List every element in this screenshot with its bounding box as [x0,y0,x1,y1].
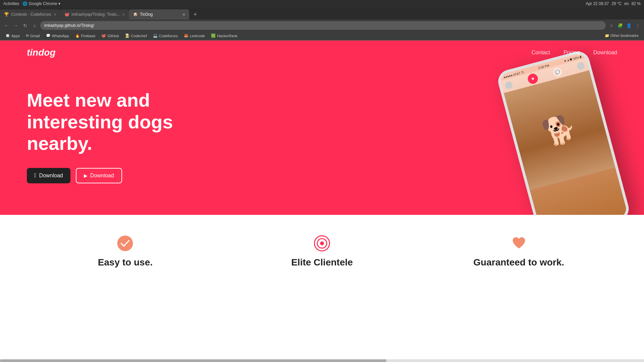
hero-heading: Meet new and interesting dogs nearby. [27,89,201,154]
battery-label: 82 % [632,1,641,6]
dog-image: 🐕 [504,70,615,190]
profile-icon[interactable]: 👤 [625,22,633,29]
bookmark-label: GitHub [107,34,119,38]
feature-elite: Elite Clientele [224,235,421,268]
tab-label: imKashyap/Tindog: Tindo... [71,12,120,17]
extension-icon[interactable]: 🧩 [616,22,624,29]
nav-links: Contact Pricing Download [532,50,617,56]
address-input[interactable] [40,21,606,30]
bookmark-github[interactable]: 🐙 GitHub [99,33,121,39]
bookmark-codechef[interactable]: 👨‍🍳 Codechef [122,33,150,39]
os-bar-right: Apr 22 08:37 29 °C en 82 % [586,1,641,6]
hero-section: tindog Contact Pricing Download Meet new… [0,41,644,215]
activities-label[interactable]: Activities [3,1,19,6]
other-bookmarks[interactable]: 📁 Other bookmarks [602,33,641,39]
play-icon: ▶ [84,173,88,178]
phone-chat-button: 💬 [552,67,563,77]
apple-download-label: Download [39,173,63,179]
chrome-icon: 🌐 [22,1,28,6]
nav-download-link[interactable]: Download [593,50,617,55]
apple-icon:  [34,172,37,179]
folder-icon: 📁 [605,34,609,38]
tab-favicon: 🏆 [4,12,9,17]
svg-point-3 [320,241,324,245]
tab-close-icon[interactable]: ✕ [54,13,56,16]
bookmark-label: WhatsApp [52,34,69,38]
hero-buttons:  Download ▶ Download [27,168,201,183]
star-icon[interactable]: ☆ [608,22,615,29]
browser-chrome: 🏆 Contests - Codeforces ✕ 🐙 imKashyap/Ti… [0,7,644,41]
features-section: Easy to use. Elite Clientele Guaranteed … [0,215,644,281]
gmail-favicon: ✉ [26,34,29,38]
bookmark-hackerrank[interactable]: 🟩 HackerRank [208,33,240,39]
bookmark-label: Leetcode [190,34,205,38]
phone-mockup: ●●●●● AT&T ☶ 5:58 PM ▼ ♠ ⬣ 55% ▮ ♥ 💬 [495,49,631,215]
nav-download[interactable]: Download [593,50,617,56]
tab-tindog-active[interactable]: 🐶 TinDog ✕ [129,9,189,19]
navbar: tindog Contact Pricing Download [0,41,644,65]
menu-icon[interactable]: ⋮ [634,22,641,29]
forward-button[interactable]: → [12,22,19,29]
feature-guaranteed: Guaranteed to work. [420,235,617,268]
tab-favicon: 🐙 [64,12,69,17]
bookmark-label: Firebase [81,34,96,38]
tab-label: TinDog [140,12,153,17]
hero-text: Meet new and interesting dogs nearby.  … [27,89,201,183]
bookmark-label: HackerRank [217,34,237,38]
tab-bar: 🏆 Contests - Codeforces ✕ 🐙 imKashyap/Ti… [0,7,644,19]
phone-mockup-container: ●●●●● AT&T ☶ 5:58 PM ▼ ♠ ⬣ 55% ▮ ♥ 💬 [517,58,624,215]
datetime-label: Apr 22 08:37 [586,1,609,6]
bookmark-label: Codeforces [159,34,178,38]
dog-emoji: 🐕 [539,111,580,150]
bookmark-label: Gmail [30,34,40,38]
back-button[interactable]: ← [3,22,10,29]
target-icon [314,235,330,252]
chevron-down-icon[interactable]: ▾ [58,1,60,6]
bookmark-label: Codechef [131,34,147,38]
browser-label: 🌐 Google Chrome ▾ [22,1,60,6]
browser-icons: ☆ 🧩 👤 ⋮ [608,22,641,29]
tab-label: Contests - Codeforces [11,12,51,17]
nav-pricing-link[interactable]: Pricing [564,50,580,55]
bookmark-apps[interactable]: 🔲 Apps [3,33,22,39]
tab-tindog-repo[interactable]: 🐙 imKashyap/Tindog: Tindo... ✕ [60,9,129,19]
hackerrank-favicon: 🟩 [211,34,216,38]
nav-contact-link[interactable]: Contact [532,50,550,55]
new-tab-button[interactable]: + [191,10,200,19]
bookmark-leetcode[interactable]: 🦊 Leetcode [181,33,208,39]
whatsapp-favicon: 💬 [46,34,51,38]
tab-close-icon[interactable]: ✕ [182,13,185,16]
apple-download-button[interactable]:  Download [27,168,70,183]
svg-point-0 [117,236,133,251]
nav-contact[interactable]: Contact [532,50,550,56]
feature-easy-to-use: Easy to use. [27,235,224,268]
apps-favicon: 🔲 [5,34,10,38]
bookmark-codeforces[interactable]: 💻 Codeforces [150,33,180,39]
address-bar-row: ← → ↻ ⌂ ☆ 🧩 👤 ⋮ [0,19,644,32]
phone-screen: ●●●●● AT&T ☶ 5:58 PM ▼ ♠ ⬣ 55% ▮ ♥ 💬 [499,52,628,215]
os-bar: Activities 🌐 Google Chrome ▾ Apr 22 08:3… [0,0,644,7]
language-label: en [624,1,629,6]
website-content: tindog Contact Pricing Download Meet new… [0,41,644,281]
firebase-favicon: 🔥 [75,34,80,38]
bookmark-label: Apps [11,34,20,38]
bookmark-gmail[interactable]: ✉ Gmail [23,33,43,39]
tab-close-icon[interactable]: ✕ [122,13,125,16]
nav-pricing[interactable]: Pricing [564,50,580,56]
feature-title-elite: Elite Clientele [234,257,411,268]
home-button[interactable]: ⌂ [31,22,38,29]
os-bar-left: Activities 🌐 Google Chrome ▾ [3,1,60,6]
google-download-label: Download [90,173,114,179]
check-icon [117,235,133,252]
tab-codeforces[interactable]: 🏆 Contests - Codeforces ✕ [0,9,60,19]
reload-button[interactable]: ↻ [21,22,29,29]
hero-content: Meet new and interesting dogs nearby.  … [0,65,644,215]
leetcode-favicon: 🦊 [184,34,189,38]
codechef-favicon: 👨‍🍳 [125,34,130,38]
bookmark-firebase[interactable]: 🔥 Firebase [72,33,98,39]
phone-avatar [504,81,514,90]
tab-favicon: 🐶 [133,12,138,17]
bookmark-whatsapp[interactable]: 💬 WhatsApp [43,33,72,39]
google-download-button[interactable]: ▶ Download [76,168,122,183]
brand-logo[interactable]: tindog [27,47,56,58]
